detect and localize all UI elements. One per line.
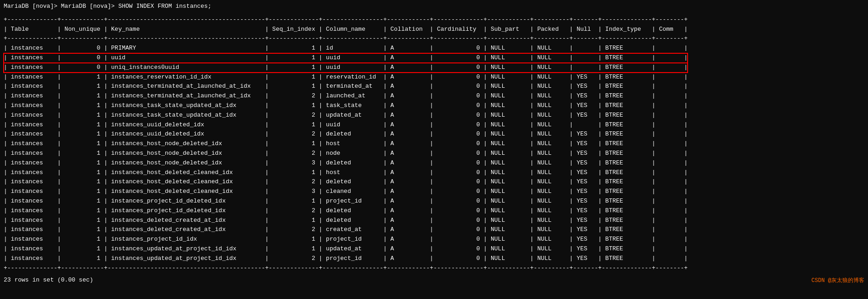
result-count: 23 rows in set (0.00 sec) xyxy=(4,276,93,284)
terminal-window: MariaDB [nova]> MariaDB [nova]> SHOW IND… xyxy=(0,0,868,299)
watermark: CSDN @灰太狼的博客 xyxy=(812,276,864,284)
table-output: +--------------+------------+-----------… xyxy=(0,13,868,275)
command-line: MariaDB [nova]> MariaDB [nova]> SHOW IND… xyxy=(0,0,868,13)
footer-bar: 23 rows in set (0.00 sec) CSDN @灰太狼的博客 xyxy=(0,275,868,286)
